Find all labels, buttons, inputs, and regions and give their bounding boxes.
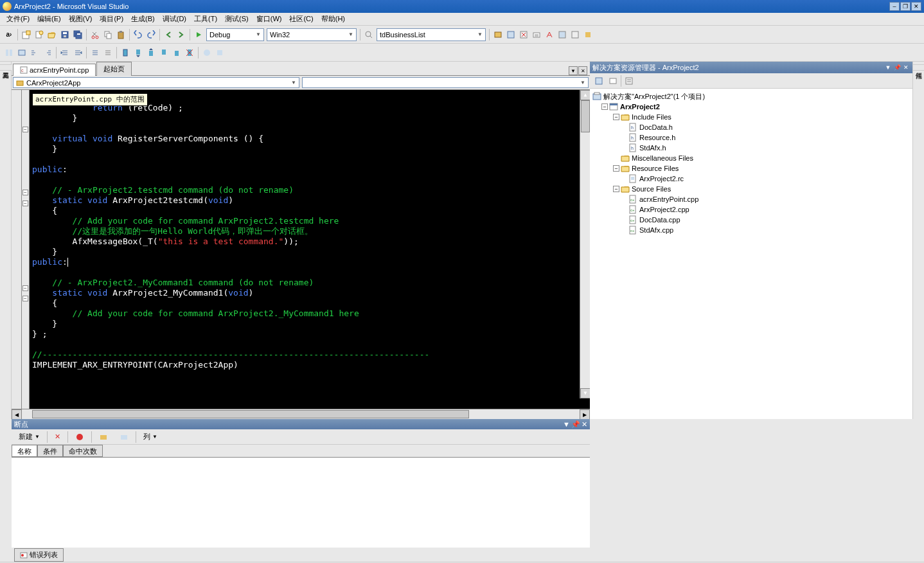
- menu-build[interactable]: 生成(B): [127, 13, 159, 25]
- indent-dec-icon[interactable]: [59, 47, 71, 58]
- se-refresh-icon[interactable]: [592, 75, 605, 87]
- tb-x1-icon[interactable]: [492, 29, 504, 40]
- cut-icon[interactable]: [89, 29, 101, 40]
- bookmark-prev2-icon[interactable]: [158, 47, 170, 58]
- menu-community[interactable]: 社区(C): [285, 13, 317, 25]
- fold-btn[interactable]: −: [22, 201, 28, 206]
- indent-inc-icon[interactable]: [72, 47, 84, 58]
- comment-icon[interactable]: [89, 47, 101, 58]
- properties-tab[interactable]: 属性: [912, 64, 925, 71]
- find-combo[interactable]: tdBusinessList▼: [377, 28, 486, 41]
- tb-x2-icon[interactable]: [505, 29, 517, 40]
- tb-x7-icon[interactable]: [569, 29, 581, 40]
- nav-back-icon[interactable]: [163, 29, 174, 40]
- method-selector[interactable]: ▼: [302, 77, 589, 88]
- menu-tools[interactable]: 工具(T): [190, 13, 221, 25]
- platform-dropdown[interactable]: Win32▼: [267, 28, 357, 41]
- nav-fwd-icon[interactable]: [175, 29, 187, 40]
- save-icon[interactable]: [59, 29, 71, 40]
- file-acrxentrypoint[interactable]: c+acrxEntryPoint.cpp: [592, 194, 910, 204]
- scroll-right-icon[interactable]: ▶: [580, 409, 590, 420]
- panel-pin-icon[interactable]: 📌: [893, 64, 901, 71]
- tb2-1-icon[interactable]: [3, 47, 15, 58]
- scroll-down-icon[interactable]: ▼: [580, 388, 590, 398]
- scrollbar-h[interactable]: ◀ ▶: [12, 409, 590, 419]
- bp-x4-icon[interactable]: [115, 431, 133, 443]
- file-stdafx-h[interactable]: hStdAfx.h: [592, 143, 910, 153]
- code-content[interactable]: return (retCode) ; } virtual void Regist…: [32, 93, 580, 370]
- bp-tab-hitcount[interactable]: 命中次数: [63, 445, 103, 457]
- tb2-4-icon[interactable]: [42, 47, 53, 58]
- solution-tree[interactable]: 解决方案"ArxProject2"(1 个项目) − ArxProject2 −…: [590, 89, 912, 419]
- bp-delete-icon[interactable]: ✕: [50, 431, 65, 443]
- find-icon[interactable]: [363, 29, 375, 40]
- fold-btn[interactable]: −: [22, 190, 28, 195]
- scroll-thumb[interactable]: [581, 100, 590, 132]
- uncomment-icon[interactable]: [102, 47, 114, 58]
- scroll-thumb-h[interactable]: [32, 410, 469, 418]
- restore-button[interactable]: ❐: [900, 2, 911, 11]
- file-rc[interactable]: ArxProject2.rc: [592, 174, 910, 184]
- toolbox-tab[interactable]: 工具箱: [0, 64, 12, 71]
- bp-x3-icon[interactable]: [94, 431, 112, 443]
- file-stdafx-cpp[interactable]: c+StdAfx.cpp: [592, 225, 910, 235]
- panel-close-icon[interactable]: ✕: [582, 420, 587, 429]
- expand-icon[interactable]: −: [613, 186, 619, 192]
- bookmark-next-icon[interactable]: [145, 47, 157, 58]
- tb-ao-icon[interactable]: a›: [3, 29, 15, 40]
- fold-btn[interactable]: −: [22, 127, 28, 132]
- tab-dropdown-icon[interactable]: ▼: [569, 66, 578, 75]
- file-docdata-h[interactable]: hDocData.h: [592, 122, 910, 132]
- menu-project[interactable]: 项目(P): [96, 13, 127, 25]
- undo-icon[interactable]: [132, 29, 144, 40]
- tb-x4-icon[interactable]: [531, 29, 542, 40]
- start-debug-icon[interactable]: [193, 29, 204, 40]
- folder-resource[interactable]: − Resource Files: [592, 163, 910, 174]
- tab-startpage[interactable]: 起始页: [96, 62, 132, 76]
- bp-tab-name[interactable]: 名称: [12, 445, 37, 457]
- tb-x3-icon[interactable]: [518, 29, 529, 40]
- error-list-tab[interactable]: 错误列表: [14, 548, 64, 562]
- close-button[interactable]: ✕: [911, 2, 921, 11]
- folder-misc[interactable]: Miscellaneous Files: [592, 153, 910, 163]
- redo-icon[interactable]: [145, 29, 157, 40]
- tb-x8-icon[interactable]: [582, 29, 594, 40]
- file-arxproject2[interactable]: c+ArxProject2.cpp: [592, 204, 910, 215]
- panel-dropdown-icon[interactable]: ▼: [563, 420, 570, 429]
- folder-include[interactable]: − Include Files: [592, 112, 910, 122]
- tab-acrxentrypoint[interactable]: c acrxEntryPoint.cpp: [13, 64, 96, 76]
- breakpoint-gutter[interactable]: [12, 90, 22, 409]
- open-icon[interactable]: [46, 29, 58, 40]
- bookmark-clear-icon[interactable]: [184, 47, 195, 58]
- panel-close-icon[interactable]: ✕: [902, 64, 910, 71]
- menu-view[interactable]: 视图(V): [65, 13, 96, 25]
- bookmark-next2-icon[interactable]: [171, 47, 182, 58]
- file-docdata-cpp[interactable]: c+DocData.cpp: [592, 215, 910, 225]
- scroll-up-icon[interactable]: ▲: [580, 90, 590, 100]
- save-all-icon[interactable]: [72, 29, 84, 40]
- scrollbar-v[interactable]: ▲ ▼: [580, 90, 590, 398]
- menu-edit[interactable]: 编辑(E): [33, 13, 65, 25]
- file-resource-h[interactable]: hResource.h: [592, 132, 910, 143]
- expand-icon[interactable]: −: [601, 103, 608, 110]
- bp-tab-condition[interactable]: 条件: [37, 445, 63, 457]
- panel-dropdown-icon[interactable]: ▼: [884, 64, 892, 71]
- paste-icon[interactable]: [115, 29, 127, 40]
- tb2-x1-icon[interactable]: [201, 47, 213, 58]
- fold-gutter[interactable]: − − − − −: [22, 90, 30, 409]
- menu-file[interactable]: 文件(F): [3, 13, 33, 25]
- project-node[interactable]: − ArxProject2: [592, 102, 910, 112]
- tb2-3-icon[interactable]: [29, 47, 40, 58]
- se-showall-icon[interactable]: [607, 75, 619, 87]
- minimize-button[interactable]: –: [889, 2, 900, 11]
- expand-icon[interactable]: −: [613, 165, 619, 172]
- folder-source[interactable]: − Source Files: [592, 184, 910, 194]
- bp-columns-button[interactable]: 列 ▼: [139, 430, 162, 443]
- tb2-x2-icon[interactable]: [214, 47, 226, 58]
- expand-icon[interactable]: −: [613, 114, 619, 120]
- fold-btn[interactable]: −: [22, 296, 28, 301]
- se-properties-icon[interactable]: [623, 75, 635, 87]
- scroll-left-icon[interactable]: ◀: [12, 409, 22, 420]
- menu-test[interactable]: 测试(S): [221, 13, 253, 25]
- menu-help[interactable]: 帮助(H): [317, 13, 349, 25]
